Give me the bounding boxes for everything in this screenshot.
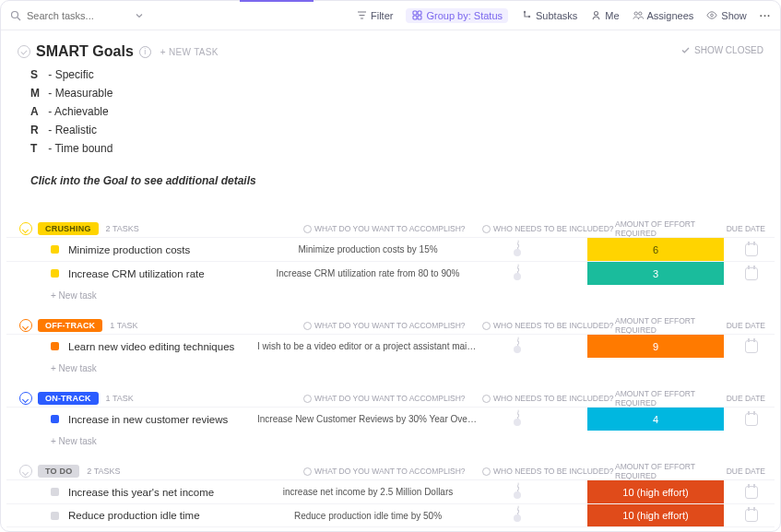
assignee-cell[interactable] <box>517 337 539 356</box>
chevron-down-icon[interactable] <box>134 10 145 21</box>
show-closed-button[interactable]: SHOW CLOSED <box>680 45 763 55</box>
group-toggle[interactable] <box>19 319 32 332</box>
show-button[interactable]: Show <box>706 10 747 21</box>
subtasks-button[interactable]: Subtasks <box>521 10 577 21</box>
due-date-placeholder-icon[interactable] <box>745 243 758 256</box>
page-title: SMART Goals <box>36 43 134 60</box>
effort-badge[interactable]: 3 <box>587 262 724 285</box>
task-status-square[interactable] <box>51 415 59 423</box>
column-header-effort: AMOUNT OF EFFORT REQUIRED <box>615 219 735 238</box>
smart-acronym-list: S - SpecificM - MeasurableA - Achievable… <box>18 60 763 158</box>
filter-button[interactable]: Filter <box>356 10 393 21</box>
task-accomplish-text: I wish to be a video editor or a project… <box>257 341 479 351</box>
add-task-button[interactable]: + New task <box>6 285 775 301</box>
subtasks-icon <box>521 10 532 21</box>
group-header: TO DO 2 TASKS WHAT DO YOU WANT TO ACCOMP… <box>6 463 775 479</box>
group-header: CRUSHING 2 TASKS WHAT DO YOU WANT TO ACC… <box>6 220 775 237</box>
group-header: OFF-TRACK 1 TASK WHAT DO YOU WANT TO ACC… <box>6 317 775 334</box>
due-date-placeholder-icon[interactable] <box>745 413 758 426</box>
effort-badge[interactable]: 9 <box>587 335 724 358</box>
top-accent-bar <box>240 0 314 2</box>
group-by-button[interactable]: Group by: Status <box>406 8 508 23</box>
eye-icon <box>706 10 717 21</box>
task-status-square[interactable] <box>51 488 59 496</box>
more-icon[interactable]: ··· <box>760 10 771 21</box>
assignee-cell[interactable] <box>517 265 539 283</box>
column-header-included: WHO NEEDS TO BE INCLUDED? <box>482 224 614 233</box>
task-row[interactable]: Learn new video editing techniques I wis… <box>6 334 775 358</box>
group-status-pill[interactable]: OFF-TRACK <box>38 319 102 332</box>
effort-badge[interactable]: 10 (high effort) <box>587 504 724 526</box>
gear-icon <box>482 225 491 233</box>
task-title: Increase this year's net income <box>68 487 214 498</box>
svg-point-6 <box>523 11 525 13</box>
assignees-button[interactable]: Assignees <box>633 10 694 21</box>
group: ON-TRACK 1 TASK WHAT DO YOU WANT TO ACCO… <box>6 390 775 446</box>
click-hint: Click into the Goal to see additional de… <box>18 158 763 187</box>
me-button[interactable]: Me <box>590 10 619 21</box>
smart-line: M - Measurable <box>30 84 763 102</box>
task-accomplish-text: Reduce production idle time by 50% <box>257 511 479 521</box>
task-row[interactable]: Increase in new customer reviews Increas… <box>6 407 775 431</box>
group: CRUSHING 2 TASKS WHAT DO YOU WANT TO ACC… <box>6 220 775 301</box>
gear-icon <box>482 395 491 403</box>
column-header-due: DUE DATE <box>727 321 765 330</box>
add-task-button[interactable]: + New task <box>6 431 775 446</box>
group-icon <box>411 10 422 21</box>
due-date-placeholder-icon[interactable] <box>745 267 758 280</box>
task-row[interactable]: Reduce production idle time Reduce produ… <box>6 503 775 527</box>
toolbar-right: Filter Group by: Status Subtasks Me Assi… <box>356 8 771 23</box>
task-status-square[interactable] <box>51 245 59 254</box>
group-status-pill[interactable]: CRUSHING <box>38 222 99 235</box>
group-task-count: 1 TASK <box>106 394 134 403</box>
svg-point-8 <box>594 12 598 16</box>
due-date-placeholder-icon[interactable] <box>745 340 758 353</box>
svg-rect-4 <box>413 16 417 19</box>
new-task-header-button[interactable]: + NEW TASK <box>160 47 219 57</box>
task-status-square[interactable] <box>51 342 59 350</box>
task-status-square[interactable] <box>51 269 59 278</box>
smart-line: S - Specific <box>30 65 763 84</box>
assignee-cell[interactable] <box>517 483 539 502</box>
assignee-cell[interactable] <box>517 410 539 429</box>
search-input[interactable] <box>27 10 128 21</box>
search-wrap <box>10 10 153 21</box>
svg-rect-2 <box>413 11 417 15</box>
effort-badge[interactable]: 6 <box>587 238 724 261</box>
column-header-accomplish: WHAT DO YOU WANT TO ACCOMPLISH? <box>303 224 466 233</box>
group-toggle[interactable] <box>19 392 32 405</box>
column-header-included: WHO NEEDS TO BE INCLUDED? <box>482 394 614 403</box>
group-toggle[interactable] <box>19 222 32 235</box>
group-toggle[interactable] <box>19 465 32 478</box>
group-status-pill[interactable]: ON-TRACK <box>38 392 99 405</box>
task-accomplish-text: Increase New Customer Reviews by 30% Yea… <box>257 414 479 424</box>
gear-icon <box>482 322 491 330</box>
me-label: Me <box>605 10 619 21</box>
group-task-count: 2 TASKS <box>87 467 120 476</box>
header: SMART Goals i + NEW TASK SHOW CLOSED S -… <box>1 30 780 195</box>
effort-badge[interactable]: 4 <box>587 408 724 431</box>
task-row[interactable]: Increase this year's net income increase… <box>6 479 775 503</box>
assignee-placeholder-icon <box>517 409 519 424</box>
show-label: Show <box>721 10 747 21</box>
column-header-accomplish: WHAT DO YOU WANT TO ACCOMPLISH? <box>303 394 466 403</box>
task-row[interactable]: Minimize production costs Minimize produ… <box>6 237 775 261</box>
assignee-cell[interactable] <box>517 241 539 259</box>
smart-line: A - Achievable <box>30 102 763 121</box>
task-title: Learn new video editing techniques <box>68 341 234 352</box>
task-status-square[interactable] <box>51 512 59 520</box>
due-date-placeholder-icon[interactable] <box>745 486 758 499</box>
column-header-included: WHO NEEDS TO BE INCLUDED? <box>482 467 614 476</box>
task-accomplish-text: Minimize production costs by 15% <box>257 244 479 254</box>
assignee-placeholder-icon <box>517 337 519 351</box>
group-status-pill[interactable]: TO DO <box>38 465 79 478</box>
task-row[interactable]: Increase CRM utilization rate Increase C… <box>6 261 775 285</box>
assignee-cell[interactable] <box>517 506 539 525</box>
task-accomplish-text: increase net income by 2.5 Million Dolla… <box>257 487 479 497</box>
effort-badge[interactable]: 10 (high effort) <box>587 480 724 503</box>
info-icon[interactable]: i <box>139 46 151 58</box>
add-task-button[interactable]: + New task <box>6 358 775 373</box>
due-date-placeholder-icon[interactable] <box>745 509 758 522</box>
groups-container: CRUSHING 2 TASKS WHAT DO YOU WANT TO ACC… <box>1 195 780 527</box>
column-header-effort: AMOUNT OF EFFORT REQUIRED <box>615 316 735 335</box>
